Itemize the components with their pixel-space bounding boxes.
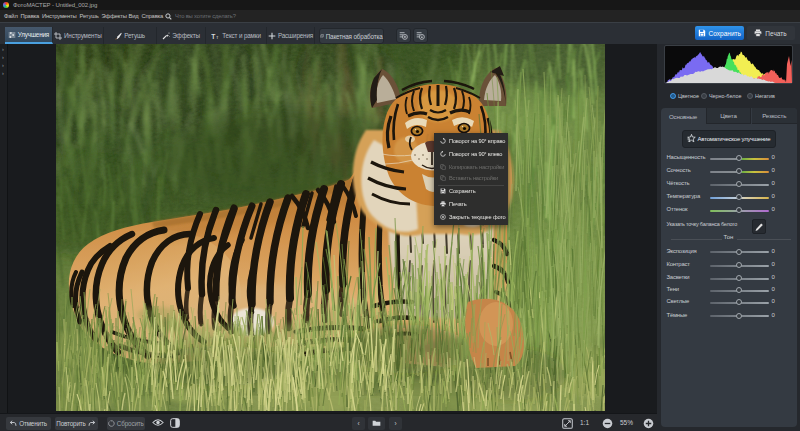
svg-text:т: т <box>216 34 219 39</box>
svg-text:T: T <box>211 32 215 39</box>
